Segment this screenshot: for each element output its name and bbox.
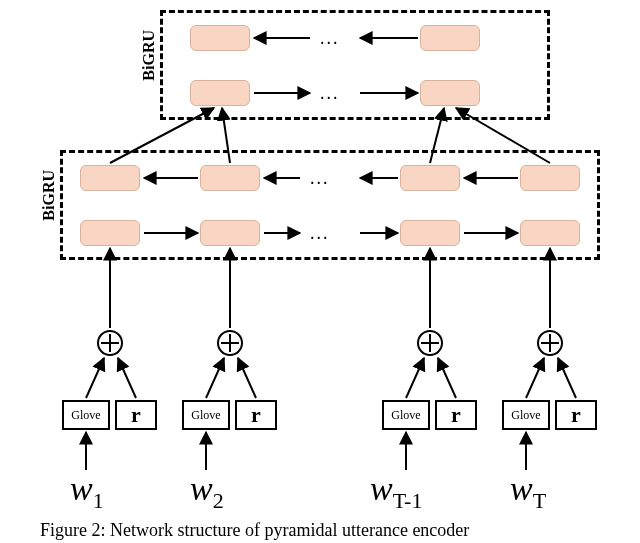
r-box-1: r	[115, 400, 157, 430]
rnn-l2-fw-2	[420, 80, 480, 106]
ellipsis-l2-bot: ...	[320, 83, 340, 104]
bigru-layer-1-box	[60, 150, 600, 260]
ellipsis-l1-bot: ...	[310, 223, 330, 244]
rnn-l1-bw-3	[400, 165, 460, 191]
rnn-l2-fw-1	[190, 80, 250, 106]
rnn-l1-bw-2	[200, 165, 260, 191]
rnn-l1-fw-4	[520, 220, 580, 246]
oplus-2	[217, 330, 243, 356]
rnn-l2-bw-1	[190, 25, 250, 51]
rnn-l2-bw-2	[420, 25, 480, 51]
glove-box-3: Glove	[382, 400, 430, 430]
bigru-label-1: BiGRU	[40, 170, 58, 221]
w-label-3: wT-1	[370, 470, 422, 514]
glove-box-1: Glove	[62, 400, 110, 430]
glove-box-4: Glove	[502, 400, 550, 430]
diagram-canvas: BiGRU BiGRU ... ... ... ... Glove r Glov…	[0, 0, 640, 543]
ellipsis-l2-top: ...	[320, 28, 340, 49]
svg-line-11	[558, 358, 576, 398]
w-label-2: w2	[190, 470, 224, 514]
figure-caption: Figure 2: Network structure of pyramidal…	[40, 520, 469, 541]
bigru-label-2: BiGRU	[140, 30, 158, 81]
oplus-4	[537, 330, 563, 356]
svg-line-10	[526, 358, 544, 398]
rnn-l1-fw-2	[200, 220, 260, 246]
w-label-1: w1	[70, 470, 104, 514]
svg-line-7	[238, 358, 256, 398]
w-label-4: wT	[510, 470, 546, 514]
rnn-l1-fw-3	[400, 220, 460, 246]
rnn-l1-bw-4	[520, 165, 580, 191]
oplus-3	[417, 330, 443, 356]
svg-line-9	[438, 358, 456, 398]
svg-line-5	[118, 358, 136, 398]
svg-line-4	[86, 358, 104, 398]
glove-box-2: Glove	[182, 400, 230, 430]
svg-line-8	[406, 358, 424, 398]
svg-line-6	[206, 358, 224, 398]
r-box-4: r	[555, 400, 597, 430]
oplus-1	[97, 330, 123, 356]
r-box-3: r	[435, 400, 477, 430]
rnn-l1-bw-1	[80, 165, 140, 191]
r-box-2: r	[235, 400, 277, 430]
ellipsis-l1-top: ...	[310, 168, 330, 189]
rnn-l1-fw-1	[80, 220, 140, 246]
